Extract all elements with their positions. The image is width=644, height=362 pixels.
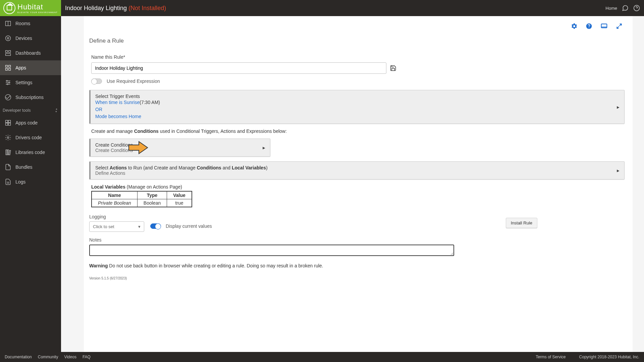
required-expression-toggle[interactable] (91, 79, 102, 84)
logo-name: Hubitat (17, 3, 58, 11)
sidebar: Rooms Devices Dashboards Apps Settings S… (0, 16, 61, 352)
sidebar-item-rooms[interactable]: Rooms (0, 16, 61, 31)
svg-rect-11 (6, 68, 8, 70)
developer-tools-header[interactable]: Developer tools (0, 105, 61, 115)
trigger-events-card[interactable]: Select Trigger Events When time is Sunri… (89, 90, 625, 124)
trigger-events-title: Select Trigger Events (95, 94, 620, 99)
chevron-right-icon: ▶ (617, 169, 620, 172)
svg-point-16 (6, 80, 7, 81)
sidebar-item-dashboards[interactable]: Dashboards (0, 46, 61, 60)
svg-point-4 (6, 36, 11, 41)
svg-rect-21 (8, 120, 11, 123)
settings-icon (5, 79, 11, 86)
top-right-actions: Home (605, 5, 640, 11)
chevron-right-icon: ▶ (617, 105, 620, 109)
expand-icon[interactable] (616, 23, 623, 30)
sidebar-item-apps[interactable]: Apps (0, 60, 61, 75)
footer: Documentation Community Videos FAQ Terms… (0, 352, 644, 362)
svg-point-5 (7, 38, 9, 39)
sidebar-item-devices[interactable]: Devices (0, 31, 61, 46)
help-icon[interactable] (633, 5, 640, 11)
install-rule-button[interactable]: Install Rule (506, 218, 537, 228)
install-status: (Not Installed) (128, 5, 166, 11)
rooms-icon (5, 20, 11, 27)
svg-rect-26 (7, 150, 8, 155)
sidebar-item-bundles[interactable]: Bundles (0, 160, 61, 174)
svg-rect-25 (6, 150, 7, 155)
display-values-label: Display current values (166, 223, 212, 229)
chevron-right-icon: ▶ (263, 146, 265, 150)
notes-textarea[interactable] (89, 245, 454, 256)
chat-icon[interactable] (622, 5, 629, 11)
footer-link-videos[interactable]: Videos (64, 355, 76, 359)
svg-rect-10 (9, 65, 11, 67)
annotation-arrow-icon (128, 140, 149, 155)
svg-rect-8 (6, 54, 11, 56)
conditions-hint: Create and manage Conditions used in Con… (91, 128, 625, 134)
svg-rect-9 (6, 65, 8, 67)
display-values-toggle[interactable] (150, 223, 161, 229)
svg-point-18 (7, 84, 8, 85)
rule-name-input[interactable] (91, 62, 386, 74)
footer-link-community[interactable]: Community (38, 355, 58, 359)
devices-icon (5, 35, 11, 42)
notes-label: Notes (89, 237, 625, 243)
save-icon[interactable] (390, 65, 396, 71)
logo-tag: ELEVATE YOUR ENVIRONMENT (17, 11, 58, 13)
page-title: Indoor Holiday Lighting (Not Installed) (65, 5, 166, 12)
libraries-code-icon (5, 149, 11, 156)
top-bar: Hubitat ELEVATE YOUR ENVIRONMENT Indoor … (0, 0, 644, 16)
sidebar-item-drivers-code[interactable]: Drivers code (0, 130, 61, 145)
logging-dropdown[interactable]: Click to set ▾ (89, 221, 144, 232)
display-icon[interactable] (600, 23, 608, 30)
sidebar-item-logs[interactable]: Logs (0, 174, 61, 189)
drivers-code-icon (5, 134, 11, 141)
caret-down-icon: ▾ (138, 224, 141, 229)
sidebar-item-subscriptions[interactable]: Subscriptions (0, 90, 61, 105)
subscriptions-icon (5, 94, 11, 101)
local-variables-table: NameTypeValue Private BooleanBooleantrue (91, 191, 192, 207)
sidebar-item-settings[interactable]: Settings (0, 75, 61, 90)
actions-card[interactable]: Select Actions to Run (and Create and Ma… (89, 161, 625, 179)
bundles-icon (5, 164, 11, 170)
apps-icon (5, 64, 11, 71)
svg-rect-7 (9, 51, 11, 53)
collapse-icon (54, 108, 58, 112)
apps-code-icon (5, 119, 11, 126)
svg-rect-27 (9, 150, 11, 155)
footer-link-faq[interactable]: FAQ (83, 355, 91, 359)
local-variables-section: Local Variables (Manage on Actions Page)… (91, 184, 625, 207)
logo[interactable]: Hubitat ELEVATE YOUR ENVIRONMENT (0, 0, 61, 16)
warning-text: Warning Do not use back button in browse… (89, 263, 625, 268)
help-icon[interactable] (586, 23, 592, 30)
svg-point-24 (7, 137, 9, 139)
logging-label: Logging (89, 214, 144, 219)
dashboards-icon (5, 50, 11, 56)
svg-point-17 (9, 82, 10, 83)
svg-rect-6 (6, 51, 8, 53)
sidebar-item-libraries-code[interactable]: Libraries code (0, 145, 61, 160)
svg-rect-22 (6, 123, 8, 125)
home-link[interactable]: Home (605, 6, 617, 11)
svg-rect-23 (8, 123, 11, 125)
gear-icon[interactable] (571, 23, 578, 30)
create-conditions-card[interactable]: Create Conditions Create Conditions ▶ (89, 139, 270, 157)
svg-rect-12 (9, 68, 11, 70)
logs-icon (5, 178, 11, 185)
sidebar-item-apps-code[interactable]: Apps code (0, 115, 61, 130)
svg-rect-20 (6, 120, 8, 123)
footer-link-tos[interactable]: Terms of Service (536, 355, 566, 359)
section-title: Define a Rule (89, 38, 625, 44)
required-expression-label: Use Required Expression (107, 79, 160, 84)
logo-icon (3, 2, 15, 14)
footer-copyright: Copyright 2018-2023 Hubitat, Inc. (579, 355, 639, 359)
footer-link-documentation[interactable]: Documentation (5, 355, 32, 359)
version-text: Version 5.1.5 (6/27/2023) (89, 276, 625, 280)
content-area: Define a Rule Name this Rule* Use Requir… (61, 16, 644, 352)
name-label: Name this Rule* (91, 54, 625, 60)
rule-panel: Define a Rule Name this Rule* Use Requir… (84, 16, 633, 352)
